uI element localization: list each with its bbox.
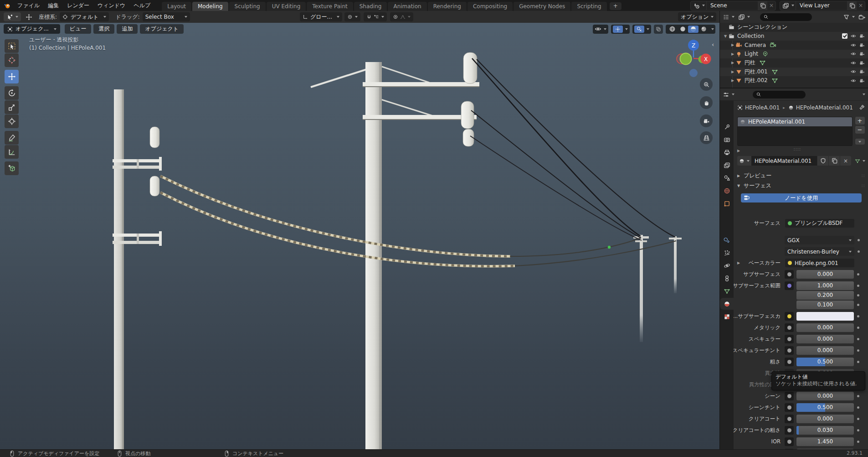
coord-system-dropdown[interactable]: デフォルト <box>60 12 109 21</box>
property-slider[interactable]: 1.450 <box>796 437 854 446</box>
socket-dot[interactable] <box>857 285 859 287</box>
annotate-tool[interactable] <box>5 131 19 145</box>
viewport-menu-item[interactable]: 追加 <box>117 24 138 34</box>
transform-tool[interactable] <box>5 114 19 128</box>
blender-logo-icon[interactable] <box>4 2 10 9</box>
material-name-field[interactable]: HEPoleAMaterial.001 <box>751 156 817 166</box>
vector-value-field[interactable]: 0.200 <box>796 291 854 300</box>
socket-dot[interactable] <box>857 361 859 363</box>
navigation-gizmo[interactable]: Z X <box>675 38 712 80</box>
scene-name[interactable]: Scene <box>707 2 758 9</box>
filter-icon[interactable] <box>843 14 850 21</box>
outliner-row[interactable]: ▼Collection <box>720 32 868 41</box>
socket-dot[interactable] <box>858 250 860 253</box>
outliner-editor-icon[interactable] <box>723 14 729 21</box>
node-socket[interactable] <box>785 437 794 446</box>
new-collection-icon[interactable] <box>858 14 865 21</box>
socket-dot[interactable] <box>857 304 859 306</box>
tab-texture[interactable] <box>720 311 734 322</box>
hide-render-toggle[interactable] <box>859 42 865 48</box>
shader-field[interactable]: HEpole.png.001 <box>785 259 854 267</box>
add-workspace-button[interactable]: + <box>610 2 621 10</box>
node-socket[interactable] <box>785 346 794 355</box>
socket-dot[interactable] <box>857 429 859 431</box>
outliner-row[interactable]: ▶円柱.001 <box>720 68 868 77</box>
slot-specials-button[interactable] <box>855 139 865 145</box>
material-browse-button[interactable] <box>737 156 751 166</box>
vector-value-field[interactable]: 0.100 <box>796 301 854 309</box>
workspace-tab-animation[interactable]: Animation <box>388 2 426 11</box>
link-filter-dropdown[interactable] <box>855 158 865 164</box>
node-socket[interactable] <box>785 335 794 343</box>
menubar-item[interactable]: 編集 <box>44 0 63 11</box>
hide-render-toggle[interactable] <box>859 69 865 74</box>
socket-dot[interactable] <box>857 327 859 329</box>
node-socket[interactable] <box>785 415 794 423</box>
snap-dropdown[interactable] <box>364 12 387 21</box>
select-field[interactable]: Christensen-Burley <box>785 247 854 256</box>
expand-arrow[interactable]: ▶ <box>730 70 735 74</box>
socket-dot[interactable] <box>857 349 859 352</box>
grip-handle[interactable]: ∷∷ <box>794 147 801 152</box>
color-swatch[interactable] <box>796 312 854 321</box>
properties-header-chevron[interactable] <box>863 93 865 95</box>
expand-arrow[interactable]: ▶ <box>737 149 740 153</box>
outliner-row[interactable]: ▶Light <box>720 50 868 59</box>
viewport-menu-item[interactable]: オブジェクト <box>140 24 184 34</box>
menubar-item[interactable]: ヘルプ <box>129 0 154 11</box>
measure-tool[interactable] <box>5 145 19 159</box>
workspace-tab-uv-editing[interactable]: UV Editing <box>267 2 306 11</box>
gizmo-toggle[interactable] <box>613 26 623 33</box>
shading-wireframe-button[interactable] <box>667 26 678 33</box>
tab-object[interactable] <box>720 197 734 209</box>
expand-arrow[interactable]: ▼ <box>723 34 728 38</box>
outliner-row[interactable]: ▶円柱 <box>720 58 868 68</box>
expand-arrow[interactable]: ▶ <box>730 43 735 47</box>
node-socket[interactable] <box>785 403 794 412</box>
workspace-tab-compositing[interactable]: Compositing <box>467 2 513 11</box>
tab-render[interactable] <box>720 134 734 145</box>
shader-field[interactable]: プリンシプルBSDF <box>785 219 854 228</box>
collection-checkbox[interactable] <box>842 33 847 39</box>
hide-viewport-toggle[interactable] <box>851 42 856 48</box>
tab-output[interactable] <box>720 146 734 158</box>
menubar-item[interactable]: ウィンドウ <box>93 0 129 11</box>
select-field[interactable]: GGX <box>785 236 854 244</box>
tab-modifiers[interactable] <box>720 234 734 246</box>
workspace-tab-geometry-nodes[interactable]: Geometry Nodes <box>514 2 570 11</box>
scale-tool[interactable] <box>5 100 19 114</box>
property-slider[interactable]: 0.000 <box>796 323 854 332</box>
panel-preview[interactable]: ▶プレビュー ∷ <box>737 171 865 180</box>
workspace-tab-rendering[interactable]: Rendering <box>428 2 467 11</box>
use-nodes-button[interactable]: ノードを使用 <box>741 193 862 203</box>
node-socket[interactable] <box>785 392 794 400</box>
shading-material-button[interactable] <box>688 26 699 33</box>
properties-editor-icon[interactable] <box>723 91 729 98</box>
menubar-item[interactable]: レンダー <box>63 0 93 11</box>
active-tool-dropdown[interactable] <box>4 12 21 21</box>
tab-view-layer[interactable] <box>720 159 734 171</box>
node-socket[interactable] <box>785 323 794 332</box>
unlink-scene-button[interactable]: × <box>767 2 776 9</box>
tab-physics[interactable] <box>720 260 734 271</box>
tab-particles[interactable] <box>720 247 734 259</box>
socket-dot[interactable] <box>857 418 859 420</box>
camera-view-button[interactable] <box>700 114 713 127</box>
property-slider[interactable]: 0.000 <box>796 270 854 279</box>
tab-material[interactable] <box>720 298 734 310</box>
socket-dot[interactable] <box>857 315 859 317</box>
outliner-row[interactable]: ▶円柱.002 <box>720 76 868 85</box>
viewport-3d[interactable]: オブジェク... ビュー選択追加オブジェクト <box>0 23 720 450</box>
pan-button[interactable] <box>700 96 713 109</box>
workspace-tab-sculpting[interactable]: Sculpting <box>229 2 266 11</box>
drag-mode-dropdown[interactable]: Select Box <box>143 12 190 21</box>
panel-surface[interactable]: ▼サーフェス ∷ <box>737 182 865 190</box>
node-socket[interactable] <box>785 270 794 279</box>
outliner-search[interactable] <box>760 13 812 21</box>
ortho-toggle-button[interactable] <box>700 131 713 144</box>
remove-slot-button[interactable]: − <box>855 126 865 134</box>
outliner-row[interactable]: ▶Camera <box>720 41 868 50</box>
gizmos-dropdown[interactable] <box>611 25 630 34</box>
mode-dropdown[interactable]: オブジェク... <box>4 24 60 34</box>
select-box-tool[interactable] <box>5 39 19 53</box>
